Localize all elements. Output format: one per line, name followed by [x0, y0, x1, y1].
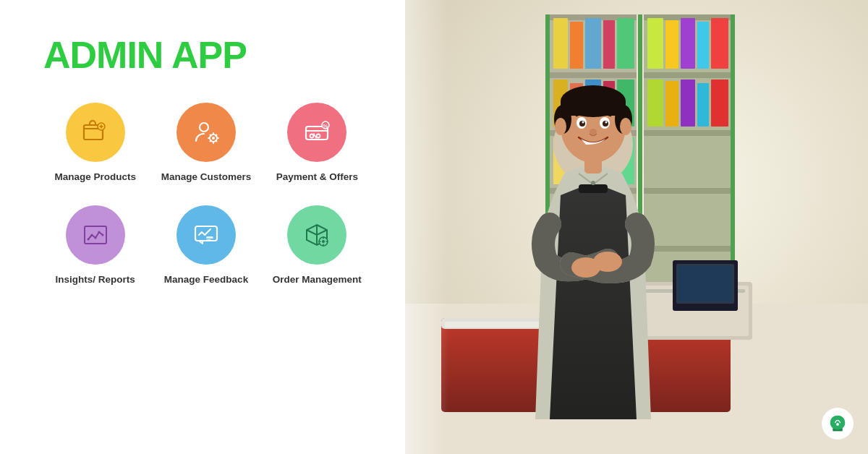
svg-rect-32: [617, 18, 634, 69]
svg-rect-50: [665, 20, 678, 69]
left-panel: ADMIN APP Manage Products: [0, 0, 405, 454]
payment-offers-icon-circle: %: [287, 103, 346, 162]
svg-point-11: [87, 238, 89, 240]
svg-rect-24: [550, 72, 637, 78]
logo-badge: [822, 408, 854, 440]
feature-order-management[interactable]: Order Management: [265, 205, 369, 286]
svg-point-14: [98, 231, 100, 233]
svg-point-20: [322, 240, 325, 243]
right-panel: [405, 0, 868, 454]
svg-rect-51: [681, 18, 695, 69]
svg-point-13: [94, 236, 96, 239]
svg-rect-29: [570, 22, 583, 69]
svg-rect-28: [553, 18, 568, 69]
svg-rect-46: [644, 130, 731, 136]
svg-rect-58: [711, 80, 728, 127]
app-container: ADMIN APP Manage Products: [0, 0, 868, 454]
svg-rect-56: [681, 80, 695, 127]
chart-icon: [81, 220, 110, 249]
svg-point-12: [90, 234, 93, 236]
svg-rect-47: [644, 188, 731, 194]
svg-rect-52: [697, 22, 709, 69]
svg-rect-53: [711, 18, 728, 69]
store-scene-svg: [405, 0, 868, 454]
svg-rect-54: [647, 80, 663, 127]
order-management-label: Order Management: [273, 273, 362, 286]
card-percent-icon: %: [302, 118, 331, 147]
manage-customers-icon-circle: [176, 103, 236, 162]
feature-payment-offers[interactable]: % Payment & Offers: [265, 103, 369, 184]
svg-rect-73: [579, 184, 608, 193]
svg-text:%: %: [323, 123, 328, 129]
svg-rect-17: [206, 236, 213, 239]
manage-products-label: Manage Products: [54, 171, 136, 184]
payment-offers-label: Payment & Offers: [276, 171, 358, 184]
svg-point-85: [605, 121, 608, 124]
manage-feedback-icon-circle: [176, 205, 236, 265]
svg-rect-49: [647, 18, 663, 69]
svg-point-15: [101, 234, 103, 236]
svg-point-4: [212, 137, 215, 140]
svg-point-7: [317, 134, 320, 138]
feature-insights-reports[interactable]: Insights/ Reports: [43, 205, 147, 286]
svg-rect-71: [678, 266, 732, 301]
feature-manage-customers[interactable]: Manage Customers: [154, 103, 258, 184]
feature-manage-products[interactable]: Manage Products: [43, 103, 147, 184]
insights-reports-icon-circle: [66, 205, 125, 265]
svg-point-90: [593, 252, 622, 272]
svg-point-88: [620, 118, 631, 135]
svg-point-6: [310, 134, 314, 138]
svg-rect-55: [665, 81, 678, 127]
svg-point-84: [582, 121, 584, 124]
feedback-icon: [192, 220, 221, 249]
svg-point-87: [555, 118, 566, 135]
svg-rect-48: [644, 246, 731, 252]
svg-point-91: [591, 181, 595, 185]
svg-point-92: [836, 423, 839, 426]
manage-feedback-label: Manage Feedback: [164, 273, 248, 286]
box-gear-icon: [302, 220, 331, 249]
person-gear-icon: [192, 118, 221, 147]
svg-rect-18: [206, 239, 211, 241]
svg-point-86: [590, 129, 597, 134]
app-title: ADMIN APP: [43, 36, 369, 74]
insights-reports-label: Insights/ Reports: [56, 273, 135, 286]
manage-products-icon-circle: [66, 103, 125, 162]
manage-customers-label: Manage Customers: [161, 171, 252, 184]
svg-rect-45: [644, 72, 731, 78]
features-grid: Manage Products Manage Customers: [43, 103, 369, 286]
svg-rect-30: [585, 18, 601, 69]
order-management-icon-circle: [287, 205, 346, 265]
spartan-helmet-icon: [827, 414, 848, 434]
cart-icon: [81, 118, 110, 147]
svg-point-2: [200, 123, 208, 132]
svg-rect-31: [603, 20, 615, 69]
svg-rect-57: [697, 83, 709, 127]
feature-manage-feedback[interactable]: Manage Feedback: [154, 205, 258, 286]
